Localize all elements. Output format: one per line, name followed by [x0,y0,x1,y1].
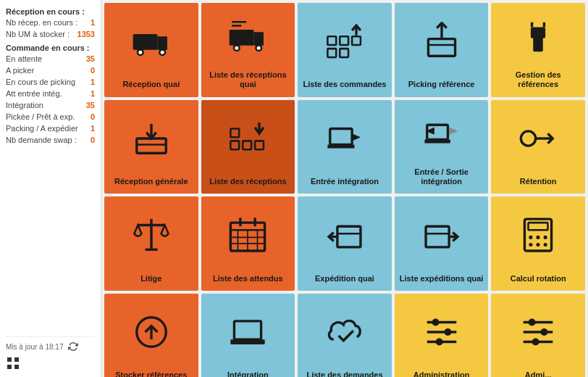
entree-sortie-integration-icon [422,100,461,167]
svg-rect-10 [230,29,254,45]
svg-point-47 [521,131,536,146]
expedition-quai-label: Expédition quai [312,274,377,283]
packing-label: Packing / A expédier [6,124,78,133]
svg-point-69 [529,236,533,239]
liste-expeditions-quai-label: Liste expéditions quai [397,274,487,283]
a-picker-row: A picker 0 [6,65,95,75]
gestion-references-icon [518,3,558,70]
tile-entree-integration[interactable]: Entrée intégration [298,100,392,194]
integration-label: Intégration [6,101,43,109]
calcul-rotation-label: Calcul rotation [508,274,569,283]
svg-point-71 [544,236,547,239]
picking-reference-icon [422,3,461,80]
svg-rect-1 [14,357,19,362]
tile-retention[interactable]: Rétention [491,100,585,194]
en-attente-label: En attente [6,54,42,63]
retention-icon [518,100,558,177]
svg-rect-68 [529,223,548,231]
tile-calcul-rotation[interactable]: Calcul rotation [491,196,585,291]
grid-icon [6,356,20,370]
sidebar: Réception en cours : Nb récep. en cours … [0,0,101,377]
tile-liste-receptions[interactable]: Liste des réceptions [201,100,295,194]
tile-gestion-references[interactable]: Gestion des références [491,3,585,97]
tile-picking-reference[interactable]: Picking référence [395,3,489,97]
integration-value: 35 [80,101,95,109]
svg-rect-20 [352,36,361,45]
litige-icon [132,196,171,273]
reception-title: Réception en cours : [6,7,95,16]
tile-liste-expeditions-quai[interactable]: Liste expéditions quai [395,196,489,291]
liste-demandes-label: Liste des demandes [303,370,385,377]
tile-entree-sortie-integration[interactable]: Entrée / Sortie intégration [395,100,489,194]
svg-point-14 [235,46,239,49]
svg-rect-24 [428,39,455,57]
svg-point-88 [529,318,536,326]
svg-rect-19 [340,36,348,45]
tile-administration[interactable]: Administration [395,294,489,377]
svg-point-83 [444,328,451,336]
main-content: Réception quaiListe des réceptions quaiL… [101,0,588,377]
admin2-icon [518,294,558,370]
svg-rect-2 [7,365,12,369]
svg-point-72 [529,243,533,246]
sidebar-footer: Mis à jour à 18:17 [6,336,95,352]
svg-point-89 [541,328,548,336]
tile-reception-quai[interactable]: Réception quai [104,3,198,97]
nb-um-row: Nb UM à stocker : 1353 [6,29,95,39]
svg-rect-0 [7,357,12,362]
att-entree-label: Att entrée intég. [6,89,62,98]
en-attente-row: En attente 35 [6,54,95,64]
pickee-row: Pickée / Prêt à exp. 0 [6,112,95,122]
svg-point-15 [257,46,261,49]
nb-demande-value: 0 [80,136,95,144]
refresh-icon[interactable] [68,341,78,352]
stocker-references-icon [132,294,171,370]
picking-reference-label: Picking référence [406,80,478,89]
tile-liste-demandes[interactable]: Liste des demandes [298,294,392,377]
tile-stocker-references[interactable]: Stocker références [104,294,198,377]
liste-receptions-label: Liste des réceptions [206,177,289,186]
tiles-grid: Réception quaiListe des réceptions quaiL… [104,3,585,377]
svg-point-8 [138,51,142,54]
nb-recep-row: Nb récep. en cours : 1 [6,17,95,28]
svg-rect-35 [243,141,252,149]
tile-expedition-quai[interactable]: Expédition quai [298,196,392,291]
svg-rect-22 [340,49,348,57]
grid-icon-container[interactable] [6,353,95,373]
svg-rect-77 [235,321,261,339]
svg-point-70 [537,236,540,239]
svg-marker-45 [449,131,458,135]
packing-row: Packing / A expédier 1 [6,123,95,133]
tile-litige[interactable]: Litige [104,196,198,291]
svg-marker-41 [352,133,361,141]
svg-rect-31 [137,138,167,153]
svg-point-73 [537,243,540,246]
reception-quai-icon [132,3,171,80]
integration-label: Intégration [224,370,272,377]
tile-liste-commandes[interactable]: Liste des commandes [298,3,392,97]
tile-integration[interactable]: Intégration [201,294,295,377]
tile-liste-receptions-quai[interactable]: Liste des réceptions quai [201,3,295,97]
svg-rect-64 [426,227,449,248]
en-cours-picking-value: 1 [80,78,95,86]
tile-reception-generale[interactable]: Réception générale [104,100,198,194]
svg-marker-11 [254,32,264,46]
liste-receptions-icon [228,100,267,177]
svg-marker-5 [157,36,167,50]
tile-admin2[interactable]: Admi... [491,294,585,377]
expedition-quai-icon [325,196,364,273]
svg-point-90 [532,338,539,345]
svg-rect-16 [232,21,246,23]
liste-receptions-quai-icon [228,3,267,70]
liste-expeditions-quai-icon [422,196,461,273]
nb-recep-label: Nb récep. en cours : [6,18,77,27]
gestion-references-label: Gestion des références [491,70,585,89]
svg-rect-3 [14,365,19,369]
liste-attendus-icon [228,196,267,273]
reception-generale-icon [132,100,171,177]
svg-rect-40 [327,144,354,148]
tile-liste-attendus[interactable]: Liste des attendus [201,196,295,291]
reception-quai-label: Réception quai [119,80,182,89]
litige-label: Litige [138,274,164,283]
stocker-references-label: Stocker références [112,370,190,377]
